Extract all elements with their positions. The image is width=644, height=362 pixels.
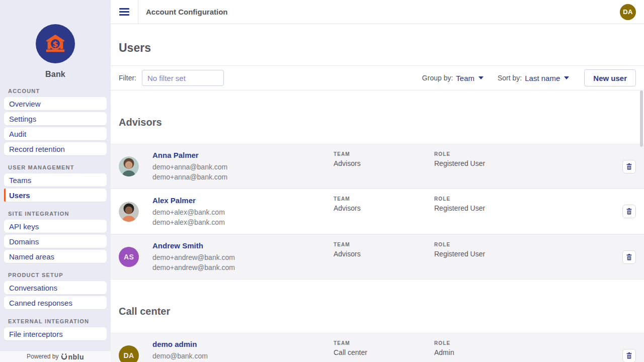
sidebar-item-label: Teams — [9, 176, 31, 185]
delete-user-button[interactable] — [622, 250, 636, 264]
topbar: Account Configuration DA — [111, 0, 644, 24]
bank-logo: $ Bank — [0, 0, 111, 79]
role-column-label: ROLE — [434, 196, 575, 202]
user-name-link[interactable]: Alex Palmer — [152, 196, 334, 205]
sidebar-section-label: EXTERNAL INTEGRATION — [8, 318, 103, 324]
sidebar: $ Bank ACCOUNT Overview Settings Audit R… — [0, 0, 111, 362]
chevron-down-icon — [564, 76, 569, 79]
filter-label: Filter: — [119, 74, 136, 82]
sidebar-item-label: Overview — [9, 100, 41, 108]
page-title: Users — [119, 41, 644, 55]
unblu-u-icon — [61, 353, 67, 360]
user-email-primary: demo+anna@bank.com — [152, 162, 334, 172]
user-email-primary: demo@bank.com — [152, 351, 334, 361]
team-column-label: TEAM — [334, 151, 434, 157]
unblu-brand-text: nblu — [68, 354, 84, 360]
sidebar-item-canned-responses[interactable]: Canned responses — [4, 296, 107, 309]
user-email-secondary: demo+alex@bank.com — [152, 217, 334, 227]
sort-by-dropdown[interactable]: Sort by: Last name — [498, 74, 569, 82]
sidebar-item-label: Settings — [9, 115, 36, 123]
role-value: Registered User — [434, 159, 575, 167]
avatar-initials: DA — [119, 345, 139, 362]
sidebar-item-label: Named areas — [9, 252, 54, 261]
trash-icon — [625, 163, 633, 170]
scrollbar-thumb[interactable] — [640, 90, 643, 147]
main-panel: Account Configuration DA Users Filter: G… — [111, 0, 644, 362]
sidebar-item-label: Domains — [9, 237, 39, 246]
sidebar-item-label: API keys — [9, 222, 39, 231]
user-groups: Advisors Anna Palmer demo+anna@bank.com … — [111, 90, 644, 362]
user-row: Alex Palmer demo+alex@bank.com demo+alex… — [111, 189, 644, 234]
filter-input[interactable] — [142, 70, 224, 86]
sidebar-item-label: Record retention — [9, 145, 65, 153]
role-value: Registered User — [434, 250, 575, 258]
avatar-initials: AS — [119, 247, 139, 267]
user-row: AS Andrew Smith demo+andrew@bank.com dem… — [111, 234, 644, 280]
trash-icon — [625, 352, 633, 359]
team-column-label: TEAM — [334, 340, 434, 346]
new-user-button[interactable]: New user — [584, 69, 636, 86]
sidebar-section: EXTERNAL INTEGRATION File interceptors — [0, 318, 111, 340]
sidebar-section: USER MANAGEMENT Teams Users — [0, 164, 111, 202]
sidebar-item-overview[interactable]: Overview — [4, 97, 107, 110]
role-value: Registered User — [434, 204, 575, 212]
sidebar-item-settings[interactable]: Settings — [4, 112, 107, 125]
trash-icon — [625, 208, 633, 215]
trash-icon — [625, 253, 633, 261]
powered-by-footer: Powered by nblu — [0, 351, 111, 362]
user-email-secondary: demo+andrew@bank.com — [152, 262, 334, 273]
unblu-logo: nblu — [61, 353, 84, 360]
user-name-link[interactable]: Anna Palmer — [152, 151, 334, 159]
sidebar-item-conversations[interactable]: Conversations — [4, 281, 107, 294]
app-title: Account Configuration — [146, 8, 227, 16]
user-avatar: AS — [119, 247, 139, 267]
group-title: Advisors — [111, 90, 644, 144]
delete-user-button[interactable] — [622, 160, 636, 173]
app-root: $ Bank ACCOUNT Overview Settings Audit R… — [0, 0, 644, 362]
sidebar-item-domains[interactable]: Domains — [4, 235, 107, 248]
delete-user-button[interactable] — [622, 205, 636, 218]
user-name-link[interactable]: demo admin — [152, 340, 334, 348]
sidebar-section-label: ACCOUNT — [8, 88, 103, 94]
team-column-label: TEAM — [334, 242, 434, 247]
user-row: Anna Palmer demo+anna@bank.com demo+anna… — [111, 144, 644, 189]
menu-icon[interactable] — [111, 0, 138, 24]
user-row: DA demo admin demo@bank.com demo@bank.co… — [111, 333, 644, 362]
current-user-avatar[interactable]: DA — [620, 4, 636, 20]
user-email-primary: demo+andrew@bank.com — [152, 252, 334, 262]
topbar-divider — [138, 0, 138, 24]
team-value: Advisors — [334, 204, 434, 212]
sidebar-item-api-keys[interactable]: API keys — [4, 220, 107, 233]
powered-by-text: Powered by — [27, 353, 58, 360]
sidebar-item-audit[interactable]: Audit — [4, 127, 107, 140]
team-value: Advisors — [334, 250, 434, 258]
user-name-link[interactable]: Andrew Smith — [152, 241, 334, 250]
role-column-label: ROLE — [434, 151, 575, 157]
sidebar-section-label: SITE INTEGRATION — [8, 211, 103, 217]
sidebar-section-label: PRODUCT SETUP — [8, 272, 103, 278]
sidebar-item-record-retention[interactable]: Record retention — [4, 142, 107, 155]
user-avatar: DA — [119, 345, 139, 362]
sidebar-nav: ACCOUNT Overview Settings Audit Record r… — [0, 88, 111, 340]
svg-text:$: $ — [52, 39, 58, 49]
sidebar-item-named-areas[interactable]: Named areas — [4, 250, 107, 263]
sort-by-value: Last name — [525, 74, 560, 82]
sidebar-item-teams[interactable]: Teams — [4, 173, 107, 187]
logo-label: Bank — [0, 70, 111, 79]
team-value: Call center — [334, 348, 434, 356]
sidebar-section: ACCOUNT Overview Settings Audit Record r… — [0, 88, 111, 155]
team-value: Advisors — [334, 159, 434, 167]
sidebar-section: PRODUCT SETUP Conversations Canned respo… — [0, 272, 111, 309]
group-by-dropdown[interactable]: Group by: Team — [422, 74, 484, 82]
group-title: Call center — [111, 280, 644, 333]
sidebar-item-label: Canned responses — [9, 299, 72, 307]
user-email-secondary: demo+anna@bank.com — [152, 172, 334, 182]
bank-logo-circle: $ — [36, 24, 75, 63]
sidebar-item-users[interactable]: Users — [4, 189, 107, 202]
sidebar-item-label: Audit — [9, 130, 26, 138]
group-by-value: Team — [456, 74, 474, 82]
sidebar-item-file-interceptors[interactable]: File interceptors — [4, 327, 107, 340]
user-email-primary: demo+alex@bank.com — [152, 207, 334, 217]
sidebar-section: SITE INTEGRATION API keys Domains Named … — [0, 211, 111, 263]
delete-user-button[interactable] — [622, 349, 636, 362]
